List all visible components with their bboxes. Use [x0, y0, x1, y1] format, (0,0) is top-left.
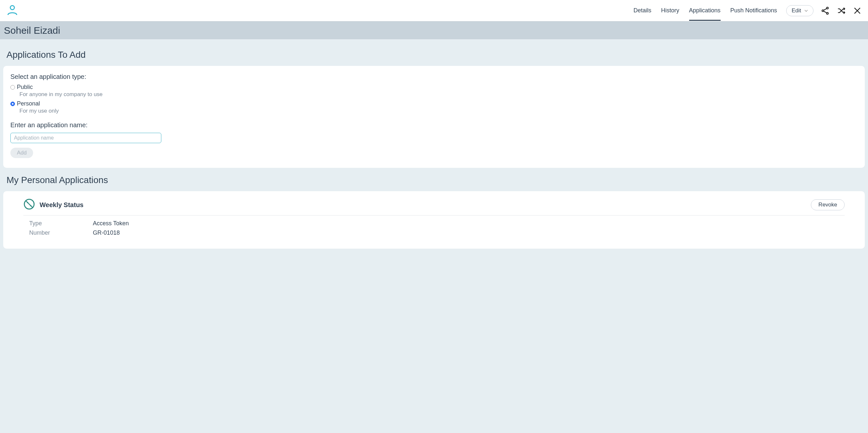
name-label: Enter an application name: — [10, 121, 858, 129]
radio-icon — [10, 102, 15, 106]
field-row: Number GR-01018 — [29, 229, 845, 236]
svg-line-9 — [26, 201, 32, 208]
top-bar: Details History Applications Push Notifi… — [0, 0, 868, 22]
edit-label: Edit — [792, 7, 801, 14]
user-icon — [6, 4, 18, 17]
radio-description: For anyone in my company to use — [20, 91, 102, 98]
nav-tabs: Details History Applications Push Notifi… — [633, 1, 777, 21]
application-name-input[interactable] — [10, 133, 161, 143]
svg-line-4 — [824, 8, 827, 10]
field-value: Access Token — [93, 220, 129, 227]
personal-panel: Weekly Status Revoke Type Access Token N… — [3, 191, 865, 249]
radio-icon — [10, 85, 15, 90]
shuffle-icon[interactable] — [837, 6, 846, 15]
svg-point-0 — [10, 5, 14, 10]
svg-point-11 — [30, 205, 31, 207]
radio-label: Personal — [17, 100, 59, 107]
svg-point-1 — [827, 7, 828, 9]
page-title: Soheil Eizadi — [4, 25, 864, 36]
radio-personal[interactable]: Personal For my use only — [10, 100, 858, 114]
svg-point-3 — [827, 12, 828, 14]
type-label: Select an application type: — [10, 73, 858, 81]
radio-label: Public — [17, 84, 102, 91]
svg-point-2 — [822, 10, 824, 11]
field-key: Type — [29, 220, 93, 227]
close-icon[interactable] — [853, 6, 862, 15]
title-bar: Soheil Eizadi — [0, 22, 868, 39]
svg-line-5 — [824, 11, 827, 13]
chevron-down-icon — [804, 8, 808, 13]
share-icon[interactable] — [820, 6, 830, 15]
app-circle-icon — [23, 198, 35, 211]
revoke-button[interactable]: Revoke — [811, 199, 845, 210]
add-panel: Select an application type: Public For a… — [3, 66, 865, 168]
tab-push-notifications[interactable]: Push Notifications — [731, 1, 777, 21]
tab-details[interactable]: Details — [633, 1, 651, 21]
add-button[interactable]: Add — [10, 148, 33, 158]
radio-public[interactable]: Public For anyone in my company to use — [10, 84, 858, 98]
edit-button[interactable]: Edit — [786, 5, 813, 16]
svg-point-10 — [27, 202, 28, 203]
field-row: Type Access Token — [29, 220, 845, 227]
field-key: Number — [29, 229, 93, 236]
radio-description: For my use only — [20, 108, 59, 114]
app-name: Weekly Status — [40, 201, 84, 209]
personal-section-title: My Personal Applications — [3, 168, 865, 191]
field-value: GR-01018 — [93, 229, 120, 236]
tab-applications[interactable]: Applications — [689, 1, 721, 21]
tab-history[interactable]: History — [661, 1, 679, 21]
add-section-title: Applications To Add — [3, 42, 865, 66]
